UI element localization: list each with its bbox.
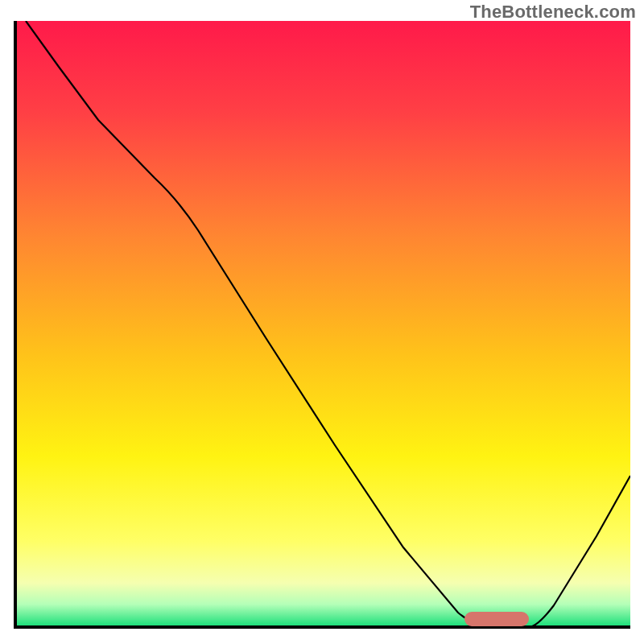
axes-frame bbox=[14, 21, 630, 629]
optimal-range-marker bbox=[464, 612, 529, 626]
chart-container: TheBottleneck.com bbox=[0, 0, 644, 644]
watermark-label: TheBottleneck.com bbox=[470, 2, 636, 23]
